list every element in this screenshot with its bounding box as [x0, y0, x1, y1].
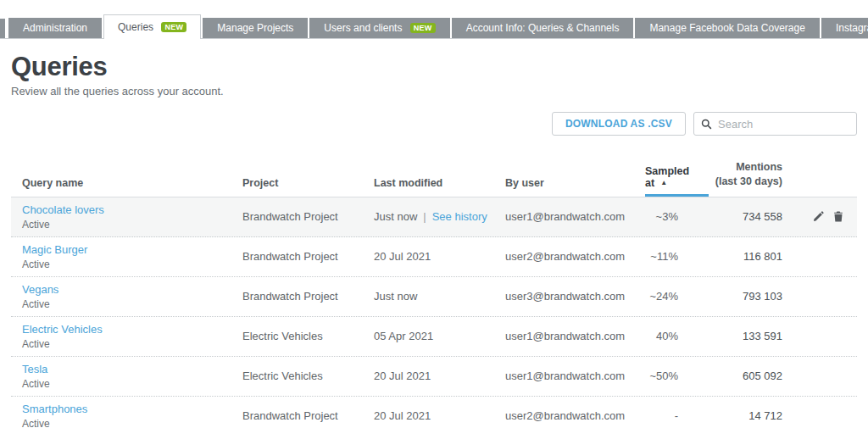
- last-modified-cell: Just now: [374, 290, 505, 303]
- mentions-cell: 116 801: [709, 250, 782, 263]
- last-modified-cell: 20 Jul 2021: [374, 370, 505, 382]
- see-history-link[interactable]: See history: [432, 210, 487, 223]
- sort-ascending-icon: ▲: [660, 179, 667, 186]
- column-header-by-user[interactable]: By user: [505, 177, 645, 197]
- last-modified-cell: Just now|See history: [374, 210, 505, 223]
- toolbar: DOWNLOAD AS .CSV: [11, 112, 857, 136]
- table-row[interactable]: Electric Vehicles Active Electric Vehicl…: [11, 317, 857, 357]
- query-status: Active: [22, 298, 242, 310]
- tab-label: Manage Facebook Data Coverage: [649, 22, 804, 34]
- table-row[interactable]: Chocolate lovers Active Brandwatch Proje…: [11, 197, 857, 237]
- sampled-at-cell: 40%: [645, 330, 709, 342]
- page-subtitle: Review all the queries across your accou…: [11, 85, 857, 97]
- sampled-at-cell: ~11%: [645, 250, 709, 263]
- tab-bar: Administration Queries NEW Manage Projec…: [0, 0, 868, 39]
- sampled-at-cell: ~3%: [645, 210, 709, 223]
- query-name-link[interactable]: Chocolate lovers: [22, 203, 104, 216]
- queries-table: Query name Project Last modified By user…: [11, 160, 857, 428]
- query-name-link[interactable]: Magic Burger: [22, 243, 87, 256]
- last-modified-cell: 20 Jul 2021: [374, 250, 505, 263]
- query-cell: Smartphones Active: [11, 403, 242, 428]
- query-cell: Chocolate lovers Active: [11, 203, 242, 231]
- query-cell: Tesla Active: [11, 363, 242, 390]
- tab-label: Administration: [23, 22, 87, 34]
- tab-label: Instagram Data Coverage: [836, 22, 868, 34]
- tab-partial: [0, 19, 5, 38]
- mentions-cell: 734 558: [709, 210, 782, 223]
- tab-queries[interactable]: Queries NEW: [103, 14, 201, 39]
- column-header-last-modified[interactable]: Last modified: [374, 177, 505, 197]
- column-header-sampled-at[interactable]: Sampled at▲: [645, 165, 709, 197]
- edit-icon[interactable]: [813, 211, 824, 222]
- query-cell: Magic Burger Active: [11, 243, 242, 270]
- last-modified-cell: 05 Apr 2021: [374, 330, 505, 342]
- tab-manage-facebook-data-coverage[interactable]: Manage Facebook Data Coverage: [635, 18, 819, 38]
- new-badge: NEW: [161, 22, 186, 32]
- tab-manage-projects[interactable]: Manage Projects: [203, 18, 308, 38]
- query-cell: Electric Vehicles Active: [11, 323, 242, 350]
- query-status: Active: [22, 378, 242, 390]
- project-cell: Brandwatch Project: [242, 290, 374, 303]
- page-title: Queries: [11, 52, 857, 82]
- column-header-mentions[interactable]: Mentions (last 30 days): [709, 160, 782, 197]
- query-name-link[interactable]: Tesla: [22, 363, 47, 375]
- sampled-at-cell: -: [645, 409, 709, 422]
- query-status: Active: [22, 338, 242, 350]
- search-box[interactable]: [693, 112, 857, 136]
- table-body: Chocolate lovers Active Brandwatch Proje…: [11, 197, 857, 428]
- mentions-cell: 605 092: [709, 370, 782, 382]
- search-icon: [701, 119, 712, 130]
- tab-label: Account Info: Queries & Channels: [466, 22, 620, 34]
- table-row[interactable]: Vegans Active Brandwatch Project Just no…: [11, 277, 857, 317]
- download-csv-button[interactable]: DOWNLOAD AS .CSV: [552, 112, 686, 136]
- sampled-at-cell: ~50%: [645, 370, 709, 382]
- column-header-actions: [782, 189, 857, 197]
- tab-label: Manage Projects: [217, 22, 293, 34]
- by-user-cell: user3@brandwatch.com: [505, 290, 645, 303]
- query-cell: Vegans Active: [11, 283, 242, 310]
- tab-label: Users and clients: [324, 22, 402, 34]
- row-actions: [782, 211, 857, 222]
- search-input[interactable]: [718, 118, 849, 131]
- sampled-at-cell: ~24%: [645, 290, 709, 303]
- by-user-cell: user1@brandwatch.com: [505, 210, 645, 223]
- mentions-cell: 793 103: [709, 290, 782, 303]
- tab-instagram-data-coverage[interactable]: Instagram Data Coverage: [821, 18, 868, 38]
- tab-label: Queries: [118, 21, 153, 33]
- column-header-query-name[interactable]: Query name: [11, 177, 242, 197]
- table-row[interactable]: Magic Burger Active Brandwatch Project 2…: [11, 237, 857, 277]
- project-cell: Electric Vehicles: [242, 330, 374, 342]
- project-cell: Brandwatch Project: [242, 409, 374, 422]
- mentions-cell: 14 712: [709, 409, 782, 422]
- separator: |: [423, 210, 426, 223]
- query-name-link[interactable]: Electric Vehicles: [22, 323, 103, 336]
- by-user-cell: user2@brandwatch.com: [505, 250, 645, 263]
- by-user-cell: user2@brandwatch.com: [505, 409, 645, 422]
- query-status: Active: [22, 258, 242, 270]
- by-user-cell: user1@brandwatch.com: [505, 370, 645, 382]
- tab-users-and-clients[interactable]: Users and clients NEW: [309, 18, 449, 38]
- project-cell: Brandwatch Project: [242, 250, 374, 263]
- main-content: Queries Review all the queries across yo…: [0, 52, 868, 428]
- project-cell: Brandwatch Project: [242, 210, 374, 223]
- query-name-link[interactable]: Vegans: [22, 283, 58, 296]
- by-user-cell: user1@brandwatch.com: [505, 330, 645, 342]
- last-modified-cell: 20 Jul 2021: [374, 409, 505, 422]
- delete-icon[interactable]: [833, 211, 843, 222]
- table-row[interactable]: Smartphones Active Brandwatch Project 20…: [11, 397, 857, 428]
- tab-administration[interactable]: Administration: [8, 18, 102, 38]
- tab-account-info-queries-channels[interactable]: Account Info: Queries & Channels: [452, 18, 634, 38]
- mentions-cell: 133 591: [709, 330, 782, 342]
- query-status: Active: [22, 219, 242, 231]
- table-row[interactable]: Tesla Active Electric Vehicles 20 Jul 20…: [11, 357, 857, 397]
- new-badge: NEW: [410, 23, 436, 33]
- column-header-project[interactable]: Project: [242, 177, 374, 197]
- tab-list: Administration Queries NEW Manage Projec…: [8, 14, 868, 38]
- query-status: Active: [22, 418, 242, 428]
- project-cell: Electric Vehicles: [242, 370, 374, 382]
- query-name-link[interactable]: Smartphones: [22, 403, 87, 415]
- table-header-row: Query name Project Last modified By user…: [11, 160, 857, 197]
